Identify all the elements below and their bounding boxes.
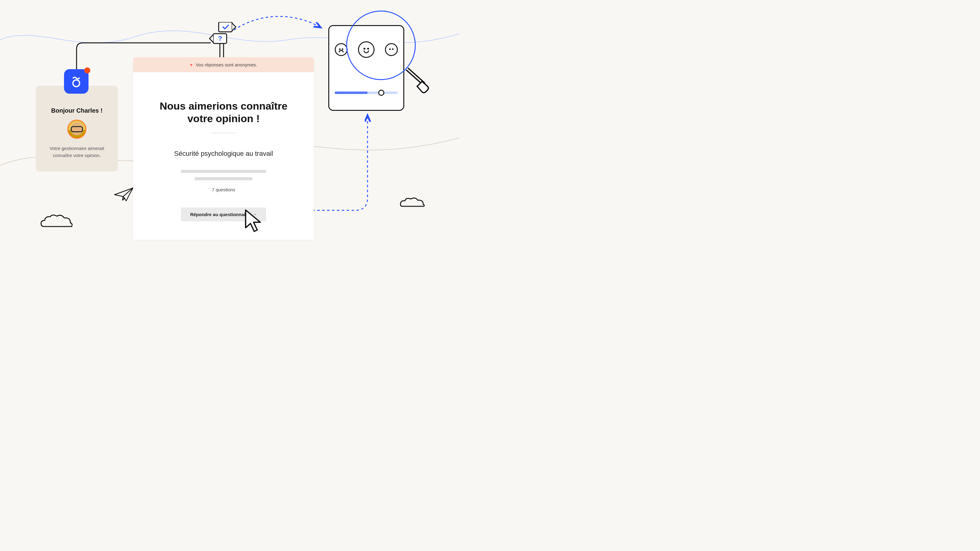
survey-title-line2: votre opinion ! [188,113,260,124]
survey-title: Nous aimerions connaître votre opinion ! [148,100,299,125]
svg-rect-1 [219,22,232,32]
heart-icon: ♥ [190,62,192,67]
survey-card: ♥ Vos réponses sont anonymes. Nous aimer… [133,57,314,240]
question-mark-icon: ? [218,35,222,42]
survey-title-line1: Nous aimerions connaître [159,100,288,112]
mood-slider-thumb[interactable] [378,90,384,96]
mood-face-neutral-icon [385,43,398,56]
arrow-signpost-to-analysis [234,15,329,36]
cloud-icon [40,214,73,231]
title-divider [211,133,236,133]
mood-slider-fill [335,92,368,94]
anonymity-text: Vos réponses sont anonymes. [196,62,257,67]
mood-face-happy-icon [358,41,375,58]
cloud-icon [399,196,426,210]
greeting-heading: Bonjour Charles ! [45,107,109,114]
paper-plane-icon [114,187,134,202]
placeholder-bar-long [181,170,266,173]
greeting-card: Bonjour Charles ! Votre gestionnaire aim… [36,86,118,171]
analysis-card [328,25,404,111]
survey-topic: Sécurité psychologique au travail [148,150,299,158]
cursor-icon [244,209,264,235]
anonymity-banner: ♥ Vos réponses sont anonymes. [133,57,314,72]
app-logo-glyph [70,75,83,88]
mood-face-sad-icon [335,43,348,56]
placeholder-bar-short [194,177,253,180]
question-count: 7 questions [148,187,299,192]
svg-point-0 [73,80,80,87]
notification-dot [84,67,90,73]
respond-button-label: Répondre au questionnaire [190,212,250,217]
greeting-body: Votre gestionnaire aimerait connaître vo… [45,145,109,159]
mood-faces-row [335,41,398,58]
signpost-illustration: ? [209,22,236,59]
manager-avatar [67,120,86,139]
app-icon [64,69,89,94]
mood-slider[interactable] [335,92,398,94]
